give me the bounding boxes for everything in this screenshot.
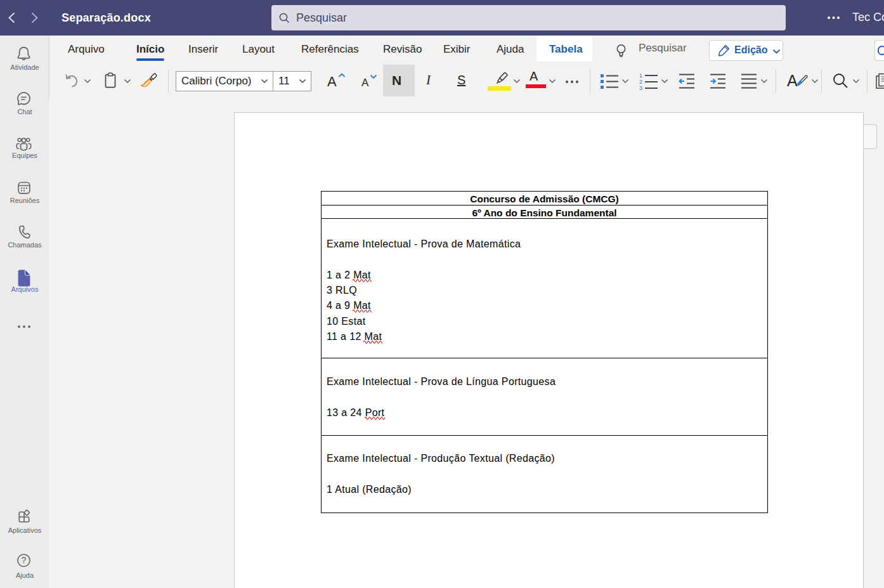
svg-text:?: ?: [22, 555, 27, 565]
svg-text:2: 2: [639, 79, 642, 85]
svg-text:1: 1: [639, 72, 642, 79]
svg-text:A: A: [787, 72, 798, 89]
svg-text:3: 3: [639, 85, 642, 91]
